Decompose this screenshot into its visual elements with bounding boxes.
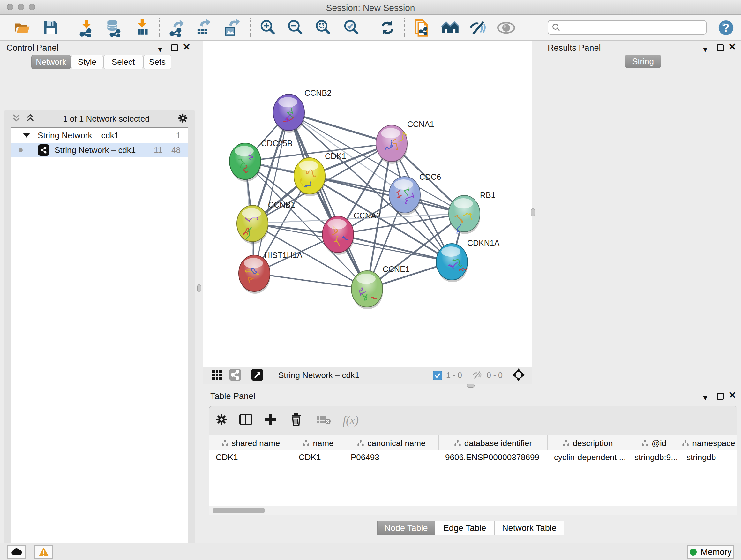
network-share-icon[interactable] xyxy=(229,368,242,382)
network-edge[interactable] xyxy=(310,176,464,213)
network-graph[interactable]: CCNB2CCNA1CDC25BCDK1CDC6RB1CCNB1CCNA2CDK… xyxy=(203,41,532,367)
export-table-icon[interactable] xyxy=(194,18,212,37)
network-node-CDKN1A[interactable]: CDKN1A xyxy=(436,239,500,282)
zoom-in-icon[interactable] xyxy=(259,18,278,37)
delete-column-icon[interactable] xyxy=(289,413,303,428)
left-splitter-handle[interactable] xyxy=(197,285,201,292)
grid-view-icon[interactable] xyxy=(212,369,223,382)
table-cell[interactable]: stringdb xyxy=(680,452,737,462)
column-header-label: canonical name xyxy=(367,438,425,448)
network-row[interactable]: String Network – cdk1 11 48 xyxy=(11,143,188,158)
node-label-CCNB2: CCNB2 xyxy=(305,88,332,98)
string-home-icon[interactable] xyxy=(441,18,460,37)
network-node-RB1[interactable]: RB1 xyxy=(449,191,495,234)
network-collection-row[interactable]: String Network – cdk1 1 xyxy=(11,128,188,143)
collection-expander-icon[interactable] xyxy=(23,133,30,138)
export-image-icon[interactable] xyxy=(222,18,241,37)
save-session-icon[interactable] xyxy=(42,18,60,37)
network-edge[interactable] xyxy=(289,112,367,289)
table-panel-float-icon[interactable] xyxy=(717,393,724,400)
column-header-2[interactable]: canonical name xyxy=(344,435,439,450)
control-panel-close-icon[interactable]: ✕ xyxy=(183,44,191,51)
network-tree: String Network – cdk1 1 String Network –… xyxy=(11,127,188,560)
scrollbar-thumb[interactable] xyxy=(212,508,265,513)
show-columns-icon[interactable] xyxy=(239,413,253,428)
table-row[interactable]: CDK1CDK1P064939606.ENSP00000378699cyclin… xyxy=(209,450,737,464)
refresh-icon[interactable] xyxy=(378,18,397,37)
table-cell[interactable]: stringdb:9... xyxy=(628,452,680,462)
network-options-gear-icon[interactable] xyxy=(178,113,188,125)
tab-string[interactable]: String xyxy=(625,55,661,68)
zoom-fit-icon[interactable] xyxy=(314,18,333,37)
help-icon[interactable]: ? xyxy=(717,18,735,37)
network-node-HIST1H1A[interactable]: HIST1H1A xyxy=(239,251,302,294)
results-panel-menu-icon[interactable]: ▼ xyxy=(701,45,709,54)
table-cell[interactable]: P06493 xyxy=(344,452,439,462)
tab-node-table[interactable]: Node Table xyxy=(377,521,435,535)
table-cell[interactable]: CDK1 xyxy=(292,452,344,462)
control-panel-menu-icon[interactable]: ▼ xyxy=(156,45,164,54)
node-label-RB1: RB1 xyxy=(480,191,495,199)
open-file-icon[interactable] xyxy=(13,18,31,37)
main-toolbar: ? xyxy=(0,15,741,41)
tab-network-table[interactable]: Network Table xyxy=(494,521,564,535)
import-network-file-icon[interactable] xyxy=(77,18,96,37)
column-header-5[interactable]: @id xyxy=(628,435,680,450)
table-cell[interactable]: 9606.ENSP00000378699 xyxy=(439,452,548,462)
show-all-icon[interactable] xyxy=(497,18,515,37)
network-node-CCNB2[interactable]: CCNB2 xyxy=(273,88,332,133)
network-canvas[interactable]: CCNB2CCNA1CDC25BCDK1CDC6RB1CCNB1CCNA2CDK… xyxy=(203,41,532,367)
horizontal-splitter-handle[interactable] xyxy=(467,384,475,388)
table-cell[interactable]: CDK1 xyxy=(209,452,292,462)
memory-button[interactable]: Memory xyxy=(687,545,734,559)
import-network-database-icon[interactable] xyxy=(104,18,123,37)
network-edge[interactable] xyxy=(254,112,289,273)
collapse-all-icon[interactable] xyxy=(11,113,21,124)
zoom-out-icon[interactable] xyxy=(286,18,305,37)
table-horizontal-scrollbar[interactable] xyxy=(209,506,737,515)
tab-network[interactable]: Network xyxy=(31,55,71,69)
hidden-eye-icon[interactable] xyxy=(471,369,483,382)
import-table-file-icon[interactable] xyxy=(133,18,152,37)
share-clipboard-icon[interactable] xyxy=(413,18,431,37)
export-network-icon[interactable] xyxy=(167,18,186,37)
column-header-1[interactable]: name xyxy=(292,435,344,450)
cloud-button[interactable] xyxy=(7,545,26,559)
fit-selected-crosshair-icon[interactable] xyxy=(512,368,525,383)
network-status-dot-icon xyxy=(18,148,23,152)
hide-selected-icon[interactable] xyxy=(469,18,488,37)
table-panel-close-icon[interactable]: ✕ xyxy=(728,392,736,399)
network-node-CCNE1[interactable]: CCNE1 xyxy=(351,265,410,309)
column-header-label: database identifier xyxy=(464,438,532,448)
right-splitter-handle[interactable] xyxy=(531,208,535,216)
delete-table-icon xyxy=(316,413,331,427)
memory-status-icon xyxy=(690,549,697,556)
table-settings-gear-icon[interactable] xyxy=(215,413,228,427)
search-input[interactable] xyxy=(561,23,698,32)
tab-select[interactable]: Select xyxy=(104,55,143,69)
network-node-count: 11 xyxy=(154,145,162,155)
warning-button[interactable] xyxy=(35,545,53,559)
column-header-4[interactable]: description xyxy=(548,435,628,450)
selected-checkbox-icon[interactable] xyxy=(433,371,442,380)
add-column-icon[interactable] xyxy=(264,413,278,428)
expand-all-icon[interactable] xyxy=(25,113,35,124)
tab-sets[interactable]: Sets xyxy=(143,55,172,69)
birds-eye-view-icon[interactable] xyxy=(251,368,264,382)
zoom-selected-icon[interactable] xyxy=(343,18,361,37)
tab-edge-table[interactable]: Edge Table xyxy=(435,521,494,535)
column-header-0[interactable]: shared name xyxy=(209,435,292,450)
table-panel-menu-icon[interactable]: ▼ xyxy=(701,393,709,402)
table-cell[interactable]: cyclin-dependent ... xyxy=(548,452,628,462)
search-field[interactable] xyxy=(548,20,706,35)
column-header-6[interactable]: namespace xyxy=(680,435,737,450)
network-node-CDC25B[interactable]: CDC25B xyxy=(229,139,293,182)
network-edge[interactable] xyxy=(254,273,367,289)
results-panel-close-icon[interactable]: ✕ xyxy=(728,44,736,51)
tab-style[interactable]: Style xyxy=(71,55,103,69)
network-node-CCNA2[interactable]: CCNA2 xyxy=(322,211,381,255)
control-panel-float-icon[interactable] xyxy=(171,44,178,51)
results-panel-float-icon[interactable] xyxy=(717,44,724,51)
column-header-3[interactable]: database identifier xyxy=(439,435,548,450)
network-node-CDC6[interactable]: CDC6 xyxy=(389,172,441,215)
